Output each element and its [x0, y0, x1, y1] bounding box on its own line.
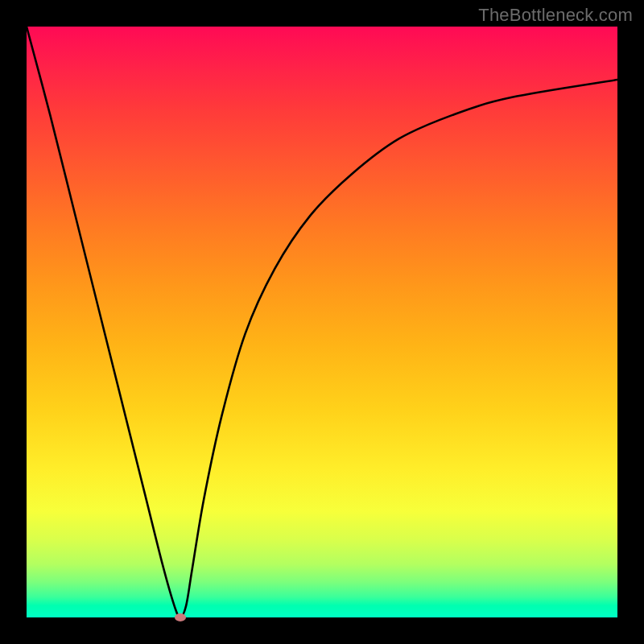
plot-area [27, 27, 617, 617]
minimum-marker-icon [175, 613, 186, 621]
watermark-label: TheBottleneck.com [478, 5, 633, 26]
bottleneck-curve [27, 27, 617, 617]
chart-frame: TheBottleneck.com [0, 0, 644, 644]
